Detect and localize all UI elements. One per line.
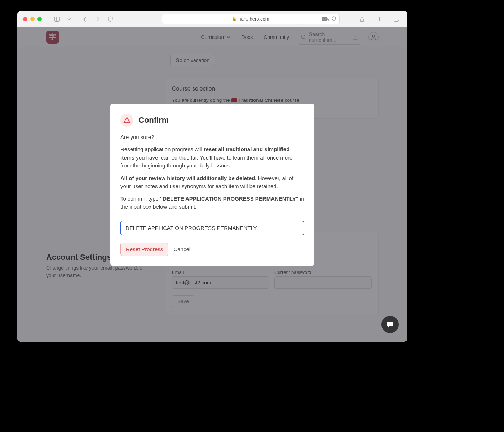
- cancel-button[interactable]: Cancel: [173, 246, 190, 252]
- modal-p3: To confirm, type "DELETE APPLICATION PRO…: [120, 195, 304, 211]
- tabs-icon[interactable]: [392, 14, 402, 24]
- maximize-window-button[interactable]: [37, 17, 42, 21]
- modal-overlay[interactable]: Confirm Are you sure? Resetting applicat…: [17, 27, 407, 342]
- modal-question: Are you sure?: [120, 133, 304, 141]
- forward-button[interactable]: [92, 14, 102, 24]
- url-text: hanzihero.com: [238, 16, 269, 22]
- refresh-icon[interactable]: [331, 16, 336, 22]
- lock-icon: 🔒: [232, 17, 237, 21]
- warning-icon: [120, 114, 133, 127]
- reset-progress-button[interactable]: Reset Progress: [120, 243, 168, 256]
- translate-icon[interactable]: 🅰ᴀ: [322, 17, 329, 22]
- traffic-lights: [23, 17, 42, 21]
- svg-rect-0: [54, 17, 59, 21]
- browser-window: 🔒 hanzihero.com 🅰ᴀ 字: [17, 11, 407, 342]
- confirm-input[interactable]: [120, 221, 304, 235]
- app-content: 字 Curriculum Docs Community Search curri…: [17, 27, 407, 342]
- url-bar[interactable]: 🔒 hanzihero.com 🅰ᴀ: [162, 14, 340, 24]
- modal-p2: All of your review history will addition…: [120, 174, 304, 191]
- share-icon[interactable]: [357, 14, 367, 24]
- svg-rect-2: [394, 18, 398, 21]
- new-tab-icon[interactable]: [374, 14, 384, 24]
- browser-chrome: 🔒 hanzihero.com 🅰ᴀ: [17, 11, 407, 27]
- back-button[interactable]: [80, 14, 90, 24]
- confirm-modal: Confirm Are you sure? Resetting applicat…: [110, 104, 314, 266]
- modal-p1: Resetting application progress will rese…: [120, 145, 304, 170]
- close-window-button[interactable]: [23, 17, 27, 21]
- sidebar-toggle-button[interactable]: [52, 14, 62, 24]
- modal-title: Confirm: [138, 115, 169, 125]
- minimize-window-button[interactable]: [30, 17, 35, 21]
- chevron-down-icon[interactable]: [64, 14, 74, 24]
- shield-icon[interactable]: [105, 14, 115, 24]
- chat-bubble-button[interactable]: [381, 316, 399, 333]
